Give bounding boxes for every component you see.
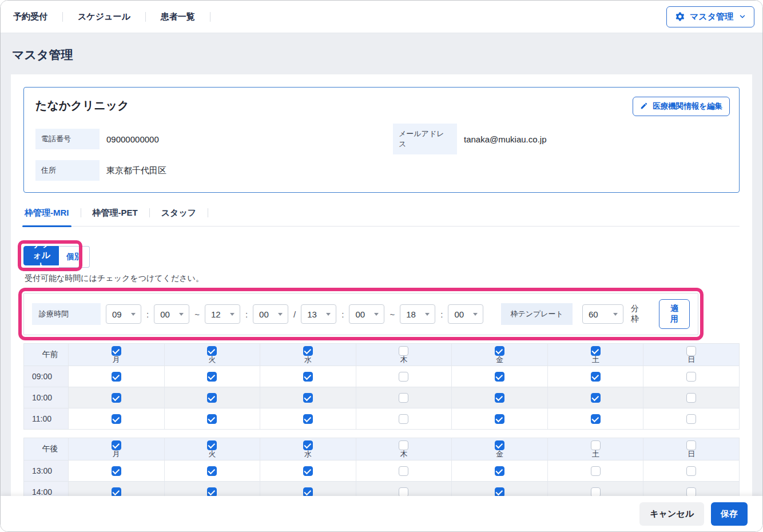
slot-cell — [68, 408, 164, 429]
chevron-down-icon — [230, 313, 235, 316]
time-select-value: 00 — [160, 309, 170, 319]
time-cell: 11:00 — [24, 408, 68, 429]
gear-icon — [674, 11, 685, 22]
day-label: 水 — [304, 450, 312, 458]
slot-checkbox[interactable] — [399, 466, 408, 476]
slot-checkbox[interactable] — [207, 466, 217, 476]
time-select[interactable]: 00 — [154, 304, 189, 324]
edit-clinic-info-button[interactable]: 医療機関情報を編集 — [633, 97, 730, 116]
day-checkbox[interactable] — [303, 440, 313, 450]
slot-checkbox[interactable] — [112, 372, 121, 382]
slot-checkbox[interactable] — [112, 393, 121, 403]
slot-cell — [451, 387, 547, 408]
phone-field: 電話番号 09000000000 — [35, 124, 370, 154]
tab-staff[interactable]: スタッフ — [160, 207, 197, 226]
time-select[interactable]: 00 — [349, 304, 384, 324]
time-select[interactable]: 18 — [400, 304, 435, 324]
slot-checkbox[interactable] — [303, 393, 313, 403]
slot-cell — [164, 408, 260, 429]
slot-checkbox[interactable] — [686, 414, 696, 424]
day-checkbox[interactable] — [591, 440, 601, 450]
mode-individual-button[interactable]: 個別 — [59, 246, 90, 268]
schedule-row: 11:00 — [24, 408, 739, 429]
day-checkbox[interactable] — [495, 346, 504, 356]
slot-checkbox[interactable] — [686, 393, 696, 403]
nav-item-reservation[interactable]: 予約受付 — [11, 8, 50, 26]
slot-checkbox[interactable] — [112, 487, 121, 497]
save-button[interactable]: 保存 — [711, 502, 748, 526]
slot-checkbox[interactable] — [591, 487, 601, 497]
slot-checkbox[interactable] — [686, 466, 696, 476]
tab-slot-management-mri[interactable]: 枠管理-MRI — [23, 207, 70, 226]
time-select[interactable]: 09 — [106, 304, 141, 324]
mode-default-button[interactable]: デフォルト — [23, 246, 59, 265]
day-checkbox[interactable] — [591, 346, 601, 356]
slot-checkbox[interactable] — [112, 414, 121, 424]
day-checkbox[interactable] — [399, 440, 408, 450]
slot-checkbox[interactable] — [399, 372, 408, 382]
slot-checkbox[interactable] — [207, 372, 217, 382]
time-select[interactable]: 00 — [448, 304, 483, 324]
slot-checkbox[interactable] — [399, 393, 408, 403]
mode-toggle-row: デフォルト 個別 — [23, 239, 740, 262]
master-management-label: マスタ管理 — [690, 11, 733, 22]
slot-checkbox[interactable] — [591, 393, 601, 403]
day-header-cell: 月 — [68, 438, 164, 460]
time-select[interactable]: 00 — [253, 304, 288, 324]
schedule-row: 10:00 — [24, 387, 739, 408]
nav-item-schedule[interactable]: スケジュール — [75, 8, 133, 26]
slot-checkbox[interactable] — [591, 372, 601, 382]
slot-cell — [451, 366, 547, 387]
slot-checkbox[interactable] — [207, 393, 217, 403]
day-header-cell: 月 — [68, 344, 164, 366]
slot-template-select[interactable]: 60 — [582, 304, 623, 324]
slot-checkbox[interactable] — [495, 414, 504, 424]
day-header-cell: 火 — [164, 438, 260, 460]
main-panel: たなかクリニック 医療機関情報を編集 電話番号 09000000000 メールア… — [11, 74, 752, 496]
email-label: メールアドレス — [393, 124, 457, 154]
slot-cell — [260, 482, 356, 496]
schedule-row: 09:00 — [24, 366, 739, 387]
slot-checkbox[interactable] — [303, 414, 313, 424]
apply-button[interactable]: 適用 — [659, 299, 690, 329]
day-checkbox[interactable] — [495, 440, 504, 450]
slot-cell — [547, 387, 643, 408]
time-select-value: 09 — [112, 309, 122, 319]
clinic-fields: 電話番号 09000000000 メールアドレス tanaka@mukiau.c… — [35, 124, 728, 181]
slot-checkbox[interactable] — [495, 487, 504, 497]
day-header-cell: 木 — [356, 344, 452, 366]
slot-checkbox[interactable] — [399, 414, 408, 424]
time-select[interactable]: 13 — [301, 304, 336, 324]
master-management-button[interactable]: マスタ管理 — [666, 6, 754, 27]
day-checkbox[interactable] — [112, 346, 121, 356]
time-separator: ~ — [390, 309, 395, 319]
slot-checkbox[interactable] — [303, 487, 313, 497]
slot-checkbox[interactable] — [207, 414, 217, 424]
day-checkbox[interactable] — [207, 440, 217, 450]
slot-checkbox[interactable] — [207, 487, 217, 497]
slot-checkbox[interactable] — [495, 466, 504, 476]
slot-checkbox[interactable] — [591, 414, 601, 424]
nav-item-patient-list[interactable]: 患者一覧 — [158, 8, 197, 26]
slot-checkbox[interactable] — [591, 466, 601, 476]
slot-checkbox[interactable] — [303, 466, 313, 476]
tab-slot-management-pet[interactable]: 枠管理-PET — [92, 207, 139, 226]
slot-checkbox[interactable] — [495, 393, 504, 403]
slot-checkbox[interactable] — [399, 487, 408, 497]
slot-checkbox[interactable] — [112, 466, 121, 476]
slot-cell — [451, 408, 547, 429]
day-checkbox[interactable] — [399, 346, 408, 356]
slot-checkbox[interactable] — [686, 487, 696, 497]
day-checkbox[interactable] — [112, 440, 121, 450]
email-value: tanaka@mukiau.co.jp — [464, 134, 546, 144]
day-checkbox[interactable] — [303, 346, 313, 356]
time-select[interactable]: 12 — [205, 304, 240, 324]
slot-checkbox[interactable] — [303, 372, 313, 382]
cancel-button[interactable]: キャンセル — [639, 502, 704, 526]
slot-checkbox[interactable] — [686, 372, 696, 382]
slot-checkbox[interactable] — [495, 372, 504, 382]
day-checkbox[interactable] — [686, 346, 696, 356]
day-checkbox[interactable] — [686, 440, 696, 450]
day-checkbox[interactable] — [207, 346, 217, 356]
time-select-value: 00 — [454, 309, 464, 319]
